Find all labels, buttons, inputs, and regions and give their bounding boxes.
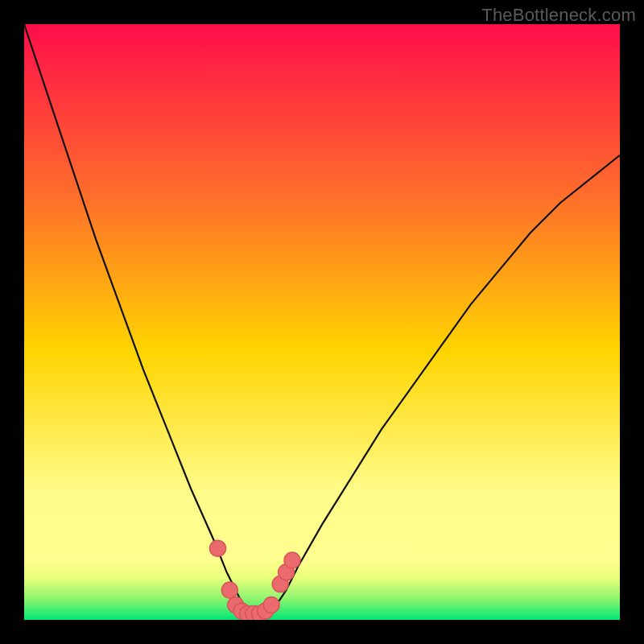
data-marker (263, 597, 279, 613)
data-marker (221, 582, 237, 598)
data-marker (210, 540, 226, 556)
gradient-background (24, 24, 620, 620)
watermark-text: TheBottleneck.com (481, 5, 636, 26)
chart-frame (24, 24, 620, 620)
bottleneck-chart (24, 24, 620, 620)
data-marker (284, 552, 300, 568)
